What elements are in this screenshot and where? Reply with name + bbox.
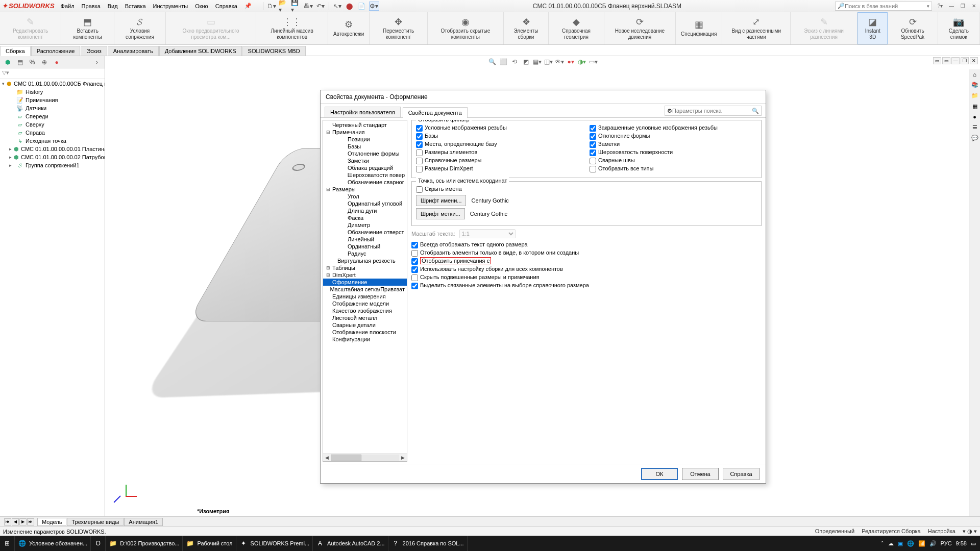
checkbox-row[interactable]: Базы [416, 133, 583, 140]
tree-item[interactable]: ▸⬢CMC 01.01.00.00.00.02 Патрубок<1> (По [0, 153, 105, 161]
ribbon-Справочная[interactable]: ◆Справочная геометрия [549, 12, 604, 44]
dlg-tree-item[interactable]: Обозначение отверст [323, 229, 407, 236]
apply-scene-icon[interactable]: ◑▾ [577, 57, 586, 66]
help-button[interactable]: Справка [723, 468, 760, 480]
expand-tree-icon[interactable]: › [91, 58, 103, 67]
tree-root[interactable]: ▾⬢ CMC 01.01.00.00.00.00СБ Фланец верхни… [0, 80, 105, 88]
property-icon[interactable]: % [27, 58, 38, 67]
help-icon[interactable]: ?▾ [936, 2, 944, 10]
edit-appearance-icon[interactable]: ●▾ [566, 57, 575, 66]
save-icon[interactable]: 💾▾ [291, 2, 301, 11]
dlg-tree-item[interactable]: Шероховатости повер [323, 171, 407, 179]
taskbar-app[interactable]: 📁D:\002 Производство... [106, 536, 183, 551]
checkbox[interactable] [411, 283, 418, 289]
taskbar-app[interactable]: AAutodesk AutoCAD 2... [313, 536, 388, 551]
cancel-button[interactable]: Отмена [682, 468, 719, 480]
checkbox-row[interactable]: Отклонение формы [590, 133, 757, 140]
minimize-icon[interactable]: — [947, 2, 955, 10]
sw-resources-icon[interactable]: ⌂ [973, 71, 976, 78]
checkbox[interactable] [590, 133, 596, 140]
dlg-tree-item[interactable]: ⊟Размеры [323, 186, 407, 193]
tree-item[interactable]: ▸⬢CMC 01.01.00.00.00.01 Пластина верхнег [0, 145, 105, 153]
prev-view-icon[interactable]: ⟲ [510, 57, 519, 66]
dlg-tree-item[interactable]: Длина дуги [323, 207, 407, 214]
dlg-tree-item[interactable]: Угол [323, 193, 407, 200]
tray-network-icon[interactable]: 🌐 [907, 540, 914, 547]
rtab-Сборка[interactable]: Сборка [0, 46, 31, 56]
ribbon-Элементы[interactable]: ❖Элементы сборки [504, 12, 549, 44]
dlg-tree-item[interactable]: ⊞DimXpert [323, 271, 407, 279]
view-palette-icon[interactable]: ▦ [972, 103, 977, 110]
dlg-tree-item[interactable]: Листовой металл [323, 314, 407, 321]
dlg-tree-item[interactable]: Единицы измерения [323, 293, 407, 300]
view-settings-icon[interactable]: ▭▾ [589, 57, 598, 66]
rtab-SOLIDWORKS MBD[interactable]: SOLIDWORKS MBD [242, 46, 306, 56]
rebuild-icon[interactable]: ⬤ [345, 2, 355, 11]
ribbon-Обновить[interactable]: ⟳Обновить SpeedPak [888, 12, 938, 44]
ribbon-Вид[interactable]: ⤢Вид с разнесенными частями [722, 12, 791, 44]
dlg-tree-item[interactable]: Отклонение формы [323, 150, 407, 157]
tree-hscrollbar[interactable]: ◀ ▶ [323, 454, 407, 461]
close-icon[interactable]: ✕ [970, 2, 978, 10]
checkbox[interactable] [590, 141, 596, 148]
search-icon[interactable]: 🔍 [752, 108, 759, 114]
ribbon-Автокрепежи[interactable]: ⚙Автокрепежи [328, 12, 370, 44]
dlg-tree-item[interactable]: Отображение плоскости [323, 329, 407, 336]
prev-tab-icon[interactable]: ◀ [12, 518, 19, 525]
dlg-tree-item[interactable]: Ординатный угловой [323, 200, 407, 207]
checkbox[interactable] [416, 158, 423, 164]
forum-icon[interactable]: 💬 [971, 135, 978, 141]
dlg-tree-item[interactable]: Оформление [323, 279, 407, 286]
scroll-right-icon[interactable]: ▶ [399, 455, 407, 460]
tree-item[interactable]: 📝Примечания [0, 96, 105, 104]
dlg-tree-item[interactable]: ⊟Примечания [323, 129, 407, 136]
config-icon[interactable]: ▤ [14, 58, 26, 67]
kb-search-input[interactable] [845, 3, 927, 9]
dialog-search[interactable]: ⚙ 🔍 [665, 106, 762, 116]
appearances-icon[interactable]: ● [973, 114, 976, 120]
taskbar-app[interactable]: ⊞ [0, 536, 15, 551]
tab-user-settings[interactable]: Настройки пользователя [325, 107, 401, 117]
filter-bar[interactable]: ▽▾ [0, 68, 105, 79]
tree-item[interactable]: ▱Спереди [0, 112, 105, 120]
ribbon-Условия[interactable]: 𝓢Условия сопряжения [114, 12, 165, 44]
dlg-tree-item[interactable]: Фаска [323, 214, 407, 221]
dlg-tree-item[interactable]: Чертежный стандарт [323, 121, 407, 129]
option-row[interactable]: Всегда отображать текст одного размера [411, 241, 762, 248]
dlg-tree-item[interactable]: ⊞Таблицы [323, 264, 407, 271]
dialog-nav-tree[interactable]: Чертежный стандарт⊟ПримечанияПозицииБазы… [323, 120, 407, 462]
open-doc-icon[interactable]: 📂▾ [279, 2, 289, 11]
vp-close-icon[interactable]: ✕ [970, 57, 978, 64]
tray-up-icon[interactable]: ˄ [881, 540, 884, 547]
last-tab-icon[interactable]: ⏭ [27, 518, 34, 525]
rtab-Добавления SOLIDWORKS[interactable]: Добавления SOLIDWORKS [159, 46, 242, 56]
rtab-Анализировать[interactable]: Анализировать [108, 46, 159, 56]
taskbar-app[interactable]: 📁Рабочий стол [183, 536, 236, 551]
next-tab-icon[interactable]: ▶ [19, 518, 27, 525]
design-library-icon[interactable]: 📚 [971, 82, 978, 88]
menu-Файл[interactable]: Файл [58, 2, 78, 10]
status-custom[interactable]: Настройка [928, 528, 955, 535]
dlg-tree-item[interactable]: Диаметр [323, 221, 407, 229]
view-orientation-icon[interactable]: ▦▾ [532, 57, 542, 66]
tray-notifications-icon[interactable]: ▭ [971, 540, 976, 547]
ribbon-Линейный[interactable]: ⋮⋮Линейный массив компонентов [256, 12, 328, 44]
ribbon-Переместить[interactable]: ✥Переместить компонент [370, 12, 428, 44]
tree-item[interactable]: ↳Исходная точка [0, 137, 105, 145]
option-row[interactable]: Скрыть подвешенные размеры и примечания [411, 274, 762, 281]
select-icon[interactable]: ↖▾ [332, 2, 342, 11]
tray-time[interactable]: 9:58 [956, 540, 967, 546]
checkbox[interactable] [411, 250, 418, 257]
rtab-Эскиз[interactable]: Эскиз [81, 46, 107, 56]
checkbox[interactable] [416, 125, 423, 132]
checkbox[interactable] [416, 166, 423, 172]
kb-search[interactable]: 🔎 ▾ [835, 2, 932, 11]
checkbox[interactable] [411, 266, 418, 273]
taskbar-app[interactable]: ✦SOLIDWORKS Premi... [236, 536, 313, 551]
checkbox-row[interactable]: Сварные швы [590, 157, 757, 164]
dlg-tree-item[interactable]: Отображение модели [323, 300, 407, 307]
scroll-thumb[interactable] [331, 455, 361, 461]
checkbox-row[interactable]: Справочные размеры [416, 157, 583, 164]
tree-item[interactable]: ▱Сверху [0, 120, 105, 129]
menu-Вид[interactable]: Вид [105, 2, 121, 10]
